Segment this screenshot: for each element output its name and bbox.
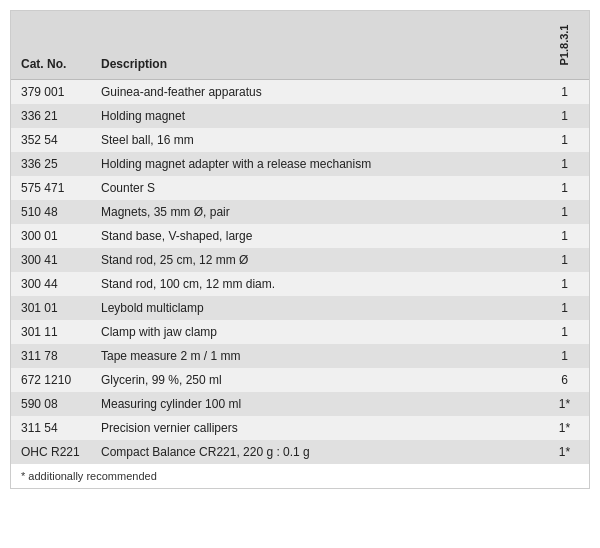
cell-qty: 1 — [540, 320, 589, 344]
cell-description: Clamp with jaw clamp — [91, 320, 540, 344]
cell-cat-no: 575 471 — [11, 176, 91, 200]
cell-qty: 1* — [540, 416, 589, 440]
table-row: 311 78Tape measure 2 m / 1 mm1 — [11, 344, 589, 368]
cell-description: Leybold multiclamp — [91, 296, 540, 320]
cell-description: Stand rod, 100 cm, 12 mm diam. — [91, 272, 540, 296]
cell-description: Guinea-and-feather apparatus — [91, 80, 540, 105]
cell-cat-no: 301 11 — [11, 320, 91, 344]
cell-description: Tape measure 2 m / 1 mm — [91, 344, 540, 368]
cell-cat-no: 300 44 — [11, 272, 91, 296]
cell-cat-no: 300 01 — [11, 224, 91, 248]
table-body: 379 001Guinea-and-feather apparatus1336 … — [11, 80, 589, 465]
cell-qty: 1 — [540, 200, 589, 224]
table-row: 311 54Precision vernier callipers1* — [11, 416, 589, 440]
cell-cat-no: OHC R221 — [11, 440, 91, 464]
cell-description: Holding magnet adapter with a release me… — [91, 152, 540, 176]
table-row: 379 001Guinea-and-feather apparatus1 — [11, 80, 589, 105]
equipment-table-container: Cat. No. Description P1.8.3.1 379 001Gui… — [10, 10, 590, 489]
cell-cat-no: 510 48 — [11, 200, 91, 224]
cell-description: Stand base, V-shaped, large — [91, 224, 540, 248]
footer-note: * additionally recommended — [11, 464, 589, 488]
col-header-product-code: P1.8.3.1 — [540, 11, 589, 80]
cell-description: Glycerin, 99 %, 250 ml — [91, 368, 540, 392]
cell-description: Holding magnet — [91, 104, 540, 128]
table-row: 300 44Stand rod, 100 cm, 12 mm diam.1 — [11, 272, 589, 296]
cell-cat-no: 336 25 — [11, 152, 91, 176]
cell-cat-no: 311 54 — [11, 416, 91, 440]
table-row: 336 25Holding magnet adapter with a rele… — [11, 152, 589, 176]
cell-cat-no: 379 001 — [11, 80, 91, 105]
cell-qty: 1 — [540, 272, 589, 296]
cell-qty: 1 — [540, 344, 589, 368]
cell-qty: 1 — [540, 296, 589, 320]
table-row: OHC R221Compact Balance CR221, 220 g : 0… — [11, 440, 589, 464]
cell-qty: 1* — [540, 440, 589, 464]
cell-qty: 1 — [540, 224, 589, 248]
cell-description: Compact Balance CR221, 220 g : 0.1 g — [91, 440, 540, 464]
equipment-table: Cat. No. Description P1.8.3.1 379 001Gui… — [11, 11, 589, 464]
cell-cat-no: 672 1210 — [11, 368, 91, 392]
cell-qty: 6 — [540, 368, 589, 392]
col-header-cat-no: Cat. No. — [11, 11, 91, 80]
cell-cat-no: 590 08 — [11, 392, 91, 416]
table-row: 300 41Stand rod, 25 cm, 12 mm Ø1 — [11, 248, 589, 272]
table-row: 510 48Magnets, 35 mm Ø, pair1 — [11, 200, 589, 224]
table-header-row: Cat. No. Description P1.8.3.1 — [11, 11, 589, 80]
cell-description: Steel ball, 16 mm — [91, 128, 540, 152]
cell-description: Precision vernier callipers — [91, 416, 540, 440]
cell-cat-no: 336 21 — [11, 104, 91, 128]
table-row: 300 01Stand base, V-shaped, large1 — [11, 224, 589, 248]
cell-description: Stand rod, 25 cm, 12 mm Ø — [91, 248, 540, 272]
cell-cat-no: 301 01 — [11, 296, 91, 320]
table-row: 672 1210Glycerin, 99 %, 250 ml6 — [11, 368, 589, 392]
cell-description: Measuring cylinder 100 ml — [91, 392, 540, 416]
table-row: 575 471Counter S1 — [11, 176, 589, 200]
table-row: 301 01Leybold multiclamp1 — [11, 296, 589, 320]
table-row: 301 11Clamp with jaw clamp1 — [11, 320, 589, 344]
cell-qty: 1 — [540, 176, 589, 200]
cell-cat-no: 300 41 — [11, 248, 91, 272]
col-header-description: Description — [91, 11, 540, 80]
table-row: 590 08Measuring cylinder 100 ml1* — [11, 392, 589, 416]
cell-qty: 1* — [540, 392, 589, 416]
cell-cat-no: 352 54 — [11, 128, 91, 152]
cell-qty: 1 — [540, 248, 589, 272]
product-code-label: P1.8.3.1 — [559, 25, 571, 66]
cell-qty: 1 — [540, 104, 589, 128]
cell-qty: 1 — [540, 152, 589, 176]
cell-qty: 1 — [540, 80, 589, 105]
table-row: 336 21Holding magnet1 — [11, 104, 589, 128]
cell-cat-no: 311 78 — [11, 344, 91, 368]
cell-description: Magnets, 35 mm Ø, pair — [91, 200, 540, 224]
cell-description: Counter S — [91, 176, 540, 200]
cell-qty: 1 — [540, 128, 589, 152]
table-row: 352 54Steel ball, 16 mm1 — [11, 128, 589, 152]
